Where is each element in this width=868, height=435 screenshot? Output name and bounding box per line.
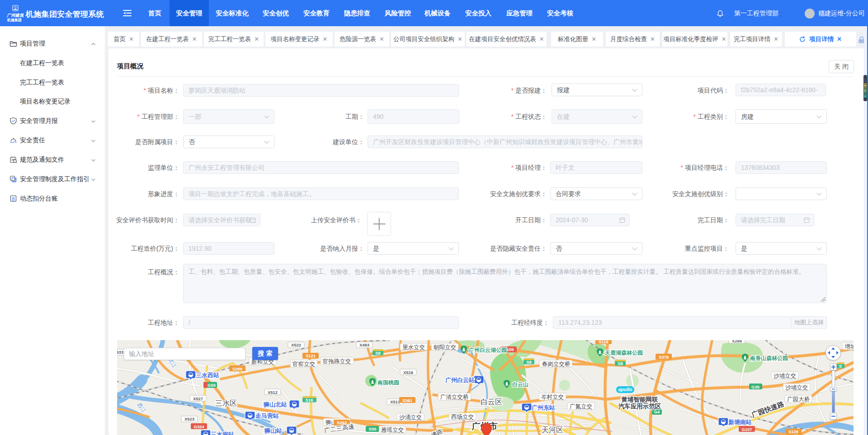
svg-text:S379: S379 [659, 355, 669, 360]
svg-text:走马营站: 走马营站 [255, 412, 279, 419]
svg-text:X523: X523 [184, 416, 194, 421]
svg-text:广园大桥: 广园大桥 [787, 396, 810, 402]
svg-text:机施集团: 机施集团 [7, 18, 22, 22]
svg-text:三水南站: 三水南站 [211, 431, 234, 435]
svg-text:S55: S55 [369, 426, 377, 431]
svg-text:X512: X512 [268, 390, 278, 395]
svg-text:岑村立交: 岑村立交 [541, 394, 564, 400]
svg-text:G55: G55 [208, 383, 216, 388]
svg-text:S118: S118 [599, 340, 609, 344]
svg-text:G4: G4 [654, 409, 660, 414]
svg-text:S8: S8 [618, 361, 623, 366]
svg-text:G107: G107 [741, 427, 752, 432]
svg-text:增城: 增城 [844, 343, 854, 350]
svg-text:X289: X289 [732, 340, 742, 343]
svg-text:汽车应用示范区: 汽车应用示范区 [618, 403, 661, 410]
svg-text:X433: X433 [117, 350, 123, 355]
svg-text:里水立交: 里水立交 [402, 344, 425, 351]
svg-text:官窑立交: 官窑立交 [292, 361, 315, 367]
svg-text:白云山: 白云山 [512, 381, 528, 388]
svg-text:广氮立交: 广氮立交 [570, 403, 592, 410]
svg-text:朝阳立交: 朝阳立交 [434, 344, 456, 351]
svg-text:沙埔立交: 沙埔立交 [774, 373, 796, 379]
svg-text:广州白云站: 广州白云站 [445, 377, 475, 384]
svg-text:G324: G324 [193, 424, 204, 429]
svg-text:广州建筑: 广州建筑 [6, 13, 24, 18]
svg-text:狮山北站: 狮山北站 [263, 401, 287, 408]
svg-text:狮山站: 狮山站 [264, 427, 282, 434]
svg-text:S8: S8 [375, 351, 381, 355]
svg-text:S361: S361 [402, 398, 413, 403]
svg-text:S16: S16 [306, 398, 313, 402]
svg-text:X493: X493 [359, 342, 369, 347]
svg-text:三水西站: 三水西站 [196, 372, 219, 379]
svg-text:春岗立交桥: 春岗立交桥 [542, 361, 571, 367]
svg-text:S120: S120 [788, 429, 798, 434]
svg-text:广州东站: 广州东站 [531, 404, 555, 411]
svg-text:S8: S8 [526, 360, 532, 365]
svg-text:南香山森林公园: 南香山森林公园 [750, 355, 788, 361]
svg-text:沙埔立交: 沙埔立交 [785, 384, 808, 391]
svg-text:天鹿湖森林公园: 天鹿湖森林公园 [604, 350, 643, 356]
svg-text:官拖路立交: 官拖路立交 [323, 358, 351, 365]
svg-text:广州白云湖公园: 广州白云湖公园 [468, 347, 507, 353]
svg-text:X513: X513 [390, 399, 400, 404]
svg-text:X527: X527 [193, 396, 203, 401]
svg-text:G35: G35 [751, 384, 760, 389]
svg-text:西场立交: 西场立交 [451, 414, 474, 420]
svg-text:S121: S121 [306, 353, 316, 358]
svg-text:沙涌立交: 沙涌立交 [399, 414, 422, 421]
svg-text:X522: X522 [291, 342, 301, 347]
svg-text:S269: S269 [232, 366, 242, 371]
svg-text:三水区: 三水区 [215, 399, 237, 407]
svg-text:S: S [839, 364, 842, 369]
svg-text:X516: X516 [403, 370, 413, 375]
svg-text:雅瑶立交: 雅瑶立交 [381, 427, 404, 433]
svg-text:广清立交桥: 广清立交桥 [440, 394, 469, 400]
svg-text:南国桃园: 南国桃园 [377, 379, 399, 386]
svg-text:黄埔智能网联: 黄埔智能网联 [621, 396, 659, 403]
svg-text:白云区: 白云区 [481, 398, 502, 406]
svg-text:天河区: 天河区 [542, 426, 563, 434]
svg-text:新塘南站: 新塘南站 [728, 419, 752, 426]
svg-text:apollo: apollo [618, 387, 633, 392]
